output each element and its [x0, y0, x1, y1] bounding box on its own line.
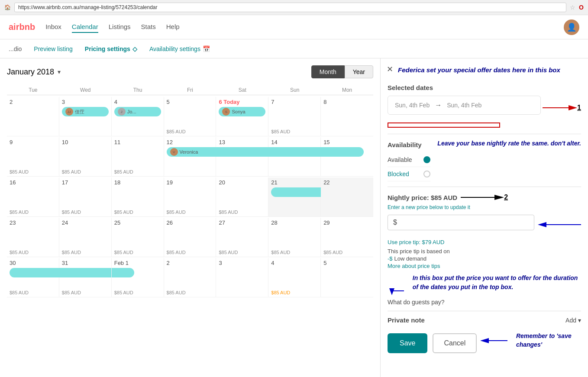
cal-price: $85 AUD — [62, 250, 81, 255]
cal-cell-jan9[interactable]: 9 $85 AUD — [7, 137, 59, 176]
cal-cell-jan31[interactable]: 31 $85 AUD — [59, 258, 112, 297]
cal-date: 2 — [10, 99, 56, 105]
nightly-price-row: Nightly price: $85 AUD 2 — [388, 192, 581, 203]
cal-cell-jan12[interactable]: 12 V Veronica — [164, 137, 216, 176]
cal-price: $85 AUD — [10, 290, 29, 295]
svg-marker-8 — [389, 288, 394, 295]
date-range-box[interactable]: Sun, 4th Feb → Sun, 4th Feb — [388, 96, 541, 115]
cal-price: $85 AUD — [167, 290, 186, 295]
cal-price: $85 AUD — [219, 209, 238, 215]
blocked-radio[interactable] — [423, 171, 430, 177]
browser-url[interactable] — [14, 3, 566, 12]
subnav-preview-listing[interactable]: Preview listing — [34, 45, 72, 52]
selected-dates-title: Selected dates — [388, 84, 581, 91]
price-tip-based: This price tip is based on — [388, 248, 581, 255]
nav-stats[interactable]: Stats — [141, 21, 156, 33]
cal-cell-jan16[interactable]: 16 $85 AUD — [7, 177, 59, 216]
availability-blocked-row[interactable]: Blocked — [388, 167, 430, 181]
cal-cell-jan3[interactable]: 3 JJ 佳茳 — [59, 97, 112, 136]
what-guests-pay-link[interactable]: What do guests pay? — [388, 299, 581, 306]
cal-date: 23 — [10, 219, 56, 226]
cal-date: 17 — [62, 179, 109, 186]
cal-cell-feb3[interactable]: 3 — [216, 258, 268, 297]
save-button[interactable]: Save — [388, 333, 427, 353]
cal-date: 28 — [271, 219, 318, 226]
bookmark-icon[interactable]: ☆ — [570, 4, 575, 11]
cal-cell-jan4[interactable]: 4 J Jo... — [112, 97, 164, 136]
cal-price: $85 AUD — [271, 250, 290, 255]
preview-listing-label: Preview listing — [34, 45, 72, 52]
cal-cell-feb5[interactable]: 5 — [321, 258, 373, 297]
low-demand-label: Low demand — [394, 255, 426, 262]
cal-cell-jan29[interactable]: 29 $85 AUD — [321, 218, 373, 257]
guest-name: Jo... — [127, 109, 136, 114]
cal-date: 3 — [219, 260, 265, 266]
cal-cell-jan6[interactable]: 6 Today S Sonya — [216, 97, 268, 136]
cal-date: 10 — [62, 139, 109, 145]
svg-marker-10 — [480, 338, 489, 343]
cal-cell-jan22[interactable]: 22 — [321, 177, 373, 216]
cal-cell-jan7[interactable]: 7 $85 AUD — [268, 97, 321, 136]
user-avatar[interactable]: 👤 — [564, 19, 579, 35]
more-tips-link[interactable]: More about price tips — [388, 263, 581, 269]
cal-cell-jan18[interactable]: 18 $85 AUD — [112, 177, 164, 216]
nav-help[interactable]: Help — [166, 21, 180, 33]
subnav-availability-settings[interactable]: Availability settings 📅 — [149, 45, 210, 52]
price-input-row[interactable]: $ — [388, 215, 534, 230]
close-icon[interactable]: ✕ — [387, 64, 393, 74]
availability-settings-label: Availability settings — [149, 45, 200, 52]
cal-cell-jan5[interactable]: 5 $85 AUD — [164, 97, 216, 136]
cal-date: 12 — [167, 139, 213, 145]
cal-date: 5 — [323, 260, 371, 266]
cal-cell-feb1[interactable]: Feb 1 $85 AUD — [112, 258, 164, 297]
cal-cell-jan21[interactable]: 21 — [268, 177, 321, 216]
add-button[interactable]: Add ▾ — [565, 317, 581, 324]
availability-title: Availability — [388, 141, 430, 148]
calendar-week-3: 16 $85 AUD 17 $85 AUD 18 $85 AUD 19 $85 … — [7, 177, 373, 217]
date-to: Sun, 4th Feb — [447, 102, 481, 109]
cal-date: 4 — [114, 99, 161, 105]
cal-price: $85 AUD — [323, 250, 342, 255]
cal-cell-jan25[interactable]: 25 $85 AUD — [112, 218, 164, 257]
cal-cell-jan27[interactable]: 27 $85 AUD — [216, 218, 268, 257]
subnav-pricing-settings[interactable]: Pricing settings ◇ — [85, 45, 137, 52]
nav-inbox[interactable]: Inbox — [45, 21, 61, 33]
available-radio[interactable] — [423, 156, 430, 163]
cal-cell-jan15[interactable]: 15 — [321, 137, 373, 176]
cal-cell-feb2[interactable]: 2 $85 AUD — [164, 258, 216, 297]
annotation-number-1: 1 — [577, 104, 581, 112]
minus-icon: -$ — [388, 255, 393, 262]
nav-calendar[interactable]: Calendar — [72, 21, 98, 33]
availability-settings-icon: 📅 — [203, 45, 210, 52]
cal-cell-jan17[interactable]: 17 $85 AUD — [59, 177, 112, 216]
price-input[interactable] — [401, 219, 529, 226]
cal-cell-jan28[interactable]: 28 $85 AUD — [268, 218, 321, 257]
cal-cell-jan24[interactable]: 24 $85 AUD — [59, 218, 112, 257]
month-selector[interactable]: January 2018 ▾ — [7, 68, 61, 77]
red-highlight-box — [388, 122, 500, 128]
annotation-number-2: 2 — [504, 193, 508, 201]
cal-cell-jan19[interactable]: 19 $85 AUD — [164, 177, 216, 216]
cal-cell-jan2[interactable]: 2 — [7, 97, 59, 136]
month-view-button[interactable]: Month — [311, 65, 345, 78]
cal-date: 27 — [219, 219, 265, 226]
cal-cell-jan20[interactable]: 20 $85 AUD — [216, 177, 268, 216]
cal-cell-jan11[interactable]: 11 $85 AUD — [112, 137, 164, 176]
cal-cell-jan10[interactable]: 10 $85 AUD — [59, 137, 112, 176]
availability-available-row[interactable]: Available — [388, 153, 430, 167]
cal-cell-jan26[interactable]: 26 $85 AUD — [164, 218, 216, 257]
cancel-button[interactable]: Cancel — [433, 333, 477, 353]
calendar-week-2: 9 $85 AUD 10 $85 AUD 11 $85 AUD 12 — [7, 137, 373, 177]
cal-cell-jan30[interactable]: 30 $85 AUD — [7, 258, 59, 297]
year-view-button[interactable]: Year — [345, 65, 373, 78]
cal-cell-jan14[interactable]: 14 — [268, 137, 321, 176]
cal-cell-jan13[interactable]: 13 — [216, 137, 268, 176]
cal-date: 19 — [167, 179, 213, 186]
cal-cell-feb4[interactable]: 4 $85 AUD — [268, 258, 321, 297]
opera-icon: O — [579, 4, 584, 11]
cal-cell-jan8[interactable]: 8 — [321, 97, 373, 136]
cal-date: 26 — [167, 219, 213, 226]
calendar-panel: January 2018 ▾ Month Year Tue Wed Thu Fr… — [0, 58, 380, 377]
cal-cell-jan23[interactable]: 23 $85 AUD — [7, 218, 59, 257]
nav-listings[interactable]: Listings — [109, 21, 131, 33]
